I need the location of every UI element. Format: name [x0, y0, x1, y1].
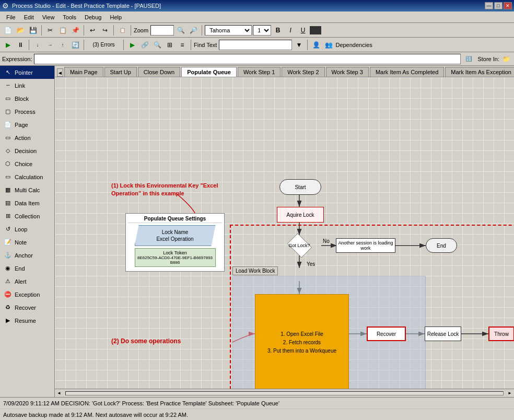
- horizontal-scrollbar[interactable]: ◄ ►: [55, 389, 514, 397]
- tab-populatequeue[interactable]: Populate Queue: [181, 67, 237, 77]
- bold-button[interactable]: B: [272, 25, 284, 36]
- pause-button[interactable]: ⏸: [15, 39, 26, 51]
- step-out-button[interactable]: ↑: [57, 39, 68, 51]
- paste-button[interactable]: 📌: [69, 25, 81, 36]
- start-shape[interactable]: Start: [279, 179, 321, 195]
- maximize-button[interactable]: □: [494, 2, 503, 9]
- operations-shape[interactable]: 1. Open Excel File 2. Fetch records 3. P…: [255, 294, 349, 389]
- menu-file[interactable]: File: [2, 13, 20, 21]
- throw-shape[interactable]: Throw: [488, 326, 514, 341]
- sidebar-item-exception[interactable]: ⛔ Exception: [0, 288, 54, 301]
- refresh-button[interactable]: 🔄: [69, 39, 81, 51]
- tab-markitemcompleted[interactable]: Mark Item As Completed: [370, 67, 444, 77]
- fontsize-select[interactable]: 10: [253, 25, 271, 36]
- canvas-scroll-area[interactable]: Populate Queue Settings Lock Name Excel …: [55, 77, 514, 389]
- sidebar-item-collection[interactable]: ⊞ Collection: [0, 209, 54, 223]
- find-ref-button[interactable]: 🔍: [151, 39, 163, 51]
- close-button[interactable]: ✕: [504, 2, 512, 9]
- run-button[interactable]: ▶: [2, 39, 14, 51]
- tab-startup[interactable]: Start Up: [104, 67, 137, 77]
- acquire-lock-shape[interactable]: Aquire Lock: [277, 207, 324, 223]
- undo-button[interactable]: ↩: [87, 25, 98, 36]
- canvas[interactable]: Populate Queue Settings Lock Name Excel …: [55, 77, 514, 389]
- minimize-button[interactable]: —: [485, 2, 493, 9]
- menu-view[interactable]: View: [38, 13, 59, 21]
- scroll-left-btn[interactable]: ◄: [55, 389, 63, 398]
- zoom-out-button[interactable]: 🔍: [175, 25, 186, 36]
- new-button[interactable]: 📄: [2, 25, 14, 36]
- copy2-button[interactable]: 📋: [116, 25, 128, 36]
- zoom-in-button[interactable]: 🔎: [188, 25, 199, 36]
- sidebar-item-resume[interactable]: ▶ Resume: [0, 314, 54, 327]
- settings-box[interactable]: Populate Queue Settings Lock Name Excel …: [125, 213, 225, 272]
- user-btn[interactable]: 👤: [310, 39, 322, 51]
- sidebar-item-block[interactable]: ▭ Block: [0, 92, 54, 105]
- release-lock1-shape[interactable]: Release Lock: [425, 326, 461, 341]
- menu-tools[interactable]: Tools: [59, 13, 80, 21]
- font-select[interactable]: Tahoma: [205, 25, 252, 36]
- sidebar-item-pointer[interactable]: ↖ Pointer: [0, 66, 54, 79]
- tab-workstep3[interactable]: Work Step 3: [326, 67, 369, 77]
- sidebar-item-anchor[interactable]: ⚓ Anchor: [0, 249, 54, 262]
- sidebar-item-note[interactable]: 📝 Note: [0, 236, 54, 249]
- user2-btn[interactable]: 👥: [323, 39, 334, 51]
- zoom-input[interactable]: 100%: [150, 25, 174, 36]
- run2-button[interactable]: ▶: [126, 39, 138, 51]
- sidebar-item-process[interactable]: ▢ Process: [0, 105, 54, 118]
- sidebar-item-page[interactable]: 📄 Page: [0, 118, 54, 131]
- link-button[interactable]: 🔗: [139, 39, 150, 51]
- load-work-block-label[interactable]: Load Work Block: [232, 266, 278, 275]
- tab-markitemexception[interactable]: Mark Item As Exception: [445, 67, 514, 77]
- loop-icon: ↺: [3, 225, 13, 234]
- dataitem-icon: ▤: [3, 199, 13, 208]
- sidebar-item-dataitem[interactable]: ▤ Data Item: [0, 196, 54, 209]
- lock-token-shape[interactable]: Lock Token 8E625C59-ACD0-470E-9EF1-B6697…: [135, 248, 216, 267]
- lock-name-shape[interactable]: Lock Name Excel Operation: [135, 225, 216, 246]
- tab-workstep2[interactable]: Work Step 2: [282, 67, 324, 77]
- got-lock-shape[interactable]: Got Lock?: [284, 234, 315, 257]
- scrollbar-track[interactable]: [65, 391, 504, 395]
- sidebar-item-recover[interactable]: ♻ Recover: [0, 301, 54, 314]
- tab-scroll-left[interactable]: ◄: [57, 68, 63, 77]
- sidebar-item-decision[interactable]: ◇ Decision: [0, 144, 54, 157]
- grid-button[interactable]: ⊞: [164, 39, 176, 51]
- sidebar-item-calculation[interactable]: ▭ Calculation: [0, 170, 54, 183]
- another-session-shape[interactable]: Another session is loading work: [336, 238, 395, 253]
- cut-button[interactable]: ✂: [44, 25, 56, 36]
- color-button[interactable]: [310, 26, 321, 34]
- end1-shape[interactable]: End: [426, 238, 457, 253]
- sidebar-item-loop[interactable]: ↺ Loop: [0, 223, 54, 236]
- italic-button[interactable]: I: [285, 25, 296, 36]
- recover-shape[interactable]: Recover: [367, 326, 406, 341]
- tab-closedown[interactable]: Close Down: [138, 67, 180, 77]
- save-button[interactable]: 💾: [27, 25, 39, 36]
- sidebar-item-link[interactable]: ╌ Link: [0, 79, 54, 92]
- store-in-button[interactable]: 📁: [500, 53, 512, 65]
- sidebar-item-end[interactable]: ◉ End: [0, 262, 54, 275]
- menu-help[interactable]: Help: [106, 13, 126, 21]
- step-in-button[interactable]: ↓: [32, 39, 43, 51]
- step-over-button[interactable]: →: [44, 39, 56, 51]
- menu-edit[interactable]: Edit: [20, 13, 38, 21]
- sidebar-item-alert[interactable]: ⚠ Alert: [0, 275, 54, 288]
- redo-button[interactable]: ↪: [99, 25, 111, 36]
- yes-label: Yes: [307, 261, 315, 267]
- copy-button[interactable]: 📋: [57, 25, 68, 36]
- sidebar-item-action[interactable]: ▭ Action: [0, 131, 54, 144]
- expression-input[interactable]: [34, 54, 461, 64]
- errors-button[interactable]: (3) Errors: [87, 39, 121, 51]
- find-input[interactable]: [219, 40, 292, 50]
- tab-mainpage[interactable]: Main Page: [64, 67, 103, 77]
- align-button[interactable]: ≡: [177, 39, 188, 51]
- expr-calc-button[interactable]: 🔢: [463, 53, 474, 65]
- process-icon: ▢: [3, 107, 13, 116]
- dependencies-label[interactable]: Dependencies: [335, 42, 372, 48]
- scroll-right-btn[interactable]: ►: [506, 389, 514, 398]
- menu-debug[interactable]: Debug: [80, 13, 106, 21]
- sidebar-item-choice[interactable]: ⬡ Choice: [0, 157, 54, 170]
- find-button[interactable]: ▼: [293, 39, 305, 51]
- tab-workstep1[interactable]: Work Step 1: [238, 67, 281, 77]
- sidebar-item-multicalc[interactable]: ▩ Multi Calc: [0, 183, 54, 196]
- underline-button[interactable]: U: [297, 25, 309, 36]
- open-button[interactable]: 📂: [15, 25, 26, 36]
